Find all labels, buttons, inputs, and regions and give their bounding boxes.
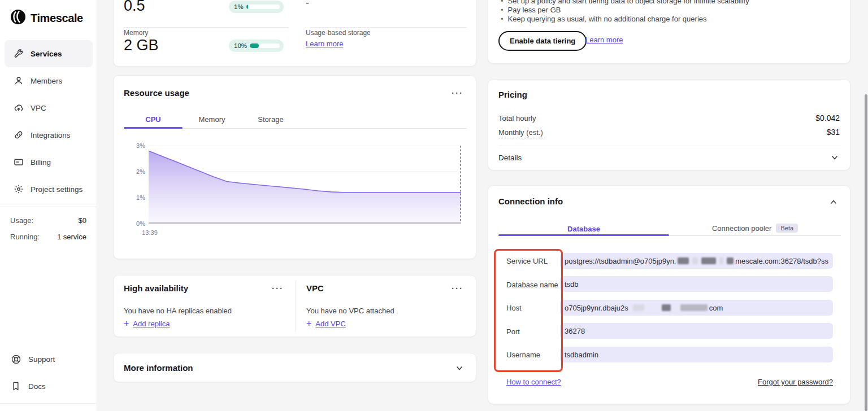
cpu-usage-percent: 1%: [234, 3, 244, 10]
sidebar-bottom-divider: [0, 403, 97, 404]
username-value[interactable]: tsdbadmin: [560, 347, 833, 362]
total-hourly-value: $0.042: [815, 113, 840, 123]
high-availability-title: High availability: [124, 283, 188, 293]
memory-label: Memory: [124, 29, 148, 37]
add-replica-button[interactable]: + Add replica: [124, 319, 170, 328]
y-tick: 2%: [114, 168, 145, 176]
y-tick: 1%: [114, 194, 145, 202]
add-vpc-button[interactable]: + Add VPC: [306, 319, 346, 328]
tab-storage[interactable]: Storage: [241, 115, 300, 124]
tab-database[interactable]: Database: [498, 225, 669, 233]
beta-badge: Beta: [776, 224, 798, 233]
redacted-block: [701, 257, 715, 264]
monthly-estimate-value: $31: [827, 128, 840, 137]
sidebar-item-docs[interactable]: Docs: [5, 375, 93, 397]
tab-connection-pooler[interactable]: Connection pooler Beta: [669, 224, 841, 233]
sidebar-item-project-settings[interactable]: Project settings: [5, 176, 93, 203]
ha-status-text: You have no HA replicas enabled: [124, 307, 232, 315]
memory-bar-fill: [250, 43, 259, 48]
usage-row: Usage: $0: [10, 216, 86, 225]
more-information-title: More information: [124, 363, 193, 373]
brand-logo[interactable]: Timescale: [10, 9, 83, 27]
sidebar-item-label: Services: [31, 50, 62, 58]
redacted-block: [633, 304, 644, 311]
gear-icon: [14, 184, 24, 194]
usage-value: $0: [79, 216, 86, 225]
chevron-down-icon[interactable]: [455, 364, 463, 374]
sidebar-divider: [0, 207, 97, 207]
forgot-password-link[interactable]: Forgot your password?: [758, 378, 833, 386]
y-tick: 3%: [114, 142, 145, 150]
database-name-value[interactable]: tsdb: [560, 276, 833, 292]
sidebar: Timescale Services Members VPC: [0, 0, 97, 411]
sidebar-item-services[interactable]: Services: [5, 40, 93, 67]
timescale-logo-icon: [10, 9, 26, 27]
y-tick: 0%: [114, 220, 145, 228]
chevron-down-icon[interactable]: [831, 154, 839, 164]
timescale-service-dashboard: { "ui": { "ellipsis": "···", "plus": "+"…: [0, 0, 868, 411]
memory-usage-percent: 10%: [234, 42, 247, 49]
redacted-block: [680, 304, 708, 311]
pricing-details-toggle[interactable]: Details: [498, 154, 522, 162]
running-row: Running: 1 service: [10, 233, 86, 241]
monthly-estimate-label: Monthly (est.): [498, 128, 543, 138]
person-icon: [14, 76, 24, 86]
more-information-card[interactable]: More information: [113, 353, 476, 382]
sidebar-item-support[interactable]: Support: [5, 348, 93, 370]
resource-usage-title: Resource usage: [124, 88, 189, 98]
high-availability-menu-button[interactable]: ···: [272, 283, 284, 293]
link-icon: [14, 130, 24, 140]
ha-vpc-card: High availability ··· You have no HA rep…: [113, 275, 476, 337]
plus-icon: +: [124, 319, 129, 328]
service-metrics-card: 0.5 1% - Memory 2 GB 10% Usage-based sto…: [113, 0, 476, 67]
redacted-block: [727, 257, 734, 264]
service-url-label: Service URL: [506, 257, 548, 265]
vertical-scrollbar[interactable]: [865, 94, 867, 411]
vpc-menu-button[interactable]: ···: [452, 283, 463, 293]
memory-value: 2 GB: [124, 37, 159, 54]
resource-usage-menu-button[interactable]: ···: [452, 88, 463, 98]
running-value: 1 service: [57, 233, 86, 241]
pricing-title: Pricing: [498, 90, 527, 99]
chevron-up-icon[interactable]: [830, 198, 837, 208]
port-value[interactable]: 36278: [560, 323, 833, 339]
tiering-bullet: Keep querying as usual, with no addition…: [501, 15, 707, 23]
storage-type-label: Usage-based storage: [306, 29, 371, 37]
enable-data-tiering-button[interactable]: Enable data tiering: [498, 31, 587, 51]
sidebar-item-members[interactable]: Members: [5, 67, 93, 94]
pricing-card: Pricing Total hourly $0.042 Monthly (est…: [488, 79, 850, 170]
data-tiering-card: Set up a policy and start tiering data t…: [488, 0, 850, 64]
tiering-learn-more-link[interactable]: Learn more: [585, 36, 623, 44]
credit-card-icon: [14, 157, 24, 167]
active-tab-underline: [498, 234, 669, 236]
storage-dash: -: [306, 0, 309, 9]
sidebar-item-billing[interactable]: Billing: [5, 148, 93, 176]
tab-memory[interactable]: Memory: [183, 115, 241, 124]
sidebar-item-vpc[interactable]: VPC: [5, 94, 93, 121]
cloud-upload-icon: [14, 103, 24, 113]
tab-cpu[interactable]: CPU: [124, 115, 183, 124]
footer-item-label: Support: [28, 355, 55, 364]
sidebar-item-label: VPC: [31, 104, 46, 112]
tiering-bullet: Set up a policy and start tiering data t…: [501, 0, 749, 5]
connection-info-card: Connection info Database Connection pool…: [488, 185, 850, 404]
storage-learn-more-link[interactable]: Learn more: [306, 40, 343, 48]
plus-icon: +: [306, 319, 311, 328]
sidebar-item-label: Integrations: [31, 131, 71, 139]
x-tick-first: 13:39: [137, 229, 162, 236]
host-value[interactable]: o705jp9ynr.dbaju2scom: [560, 300, 833, 316]
sidebar-item-label: Billing: [31, 158, 51, 167]
vpc-title: VPC: [306, 283, 324, 293]
sidebar-item-integrations[interactable]: Integrations: [5, 121, 93, 148]
resource-usage-card: Resource usage ··· CPU Memory Storage 3%…: [113, 75, 476, 259]
vpc-status-text: You have no VPC attached: [306, 307, 394, 315]
username-label: Username: [506, 351, 540, 359]
tiering-bullet: Pay less per GB: [501, 6, 561, 14]
service-url-value[interactable]: postgres://tsdbadmin@o705jp9yn.mescale.c…: [560, 253, 833, 269]
sidebar-item-label: Members: [31, 77, 62, 85]
active-tab-underline: [124, 127, 183, 129]
how-to-connect-link[interactable]: How to connect?: [506, 378, 561, 386]
sidebar-item-label: Project settings: [31, 185, 83, 194]
wrench-icon: [14, 49, 24, 59]
footer-item-label: Docs: [28, 382, 46, 391]
